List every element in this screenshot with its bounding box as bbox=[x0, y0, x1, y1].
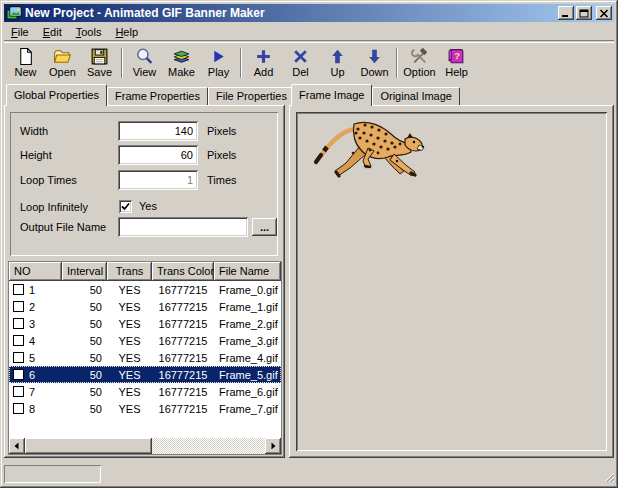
cell-interval: 50 bbox=[62, 386, 107, 398]
cell-no: 7 bbox=[9, 386, 62, 398]
tab-global-properties[interactable]: Global Properties bbox=[6, 84, 107, 106]
cell-trans-color: 16777215 bbox=[152, 352, 214, 364]
cell-no: 4 bbox=[9, 335, 62, 347]
properties-tabs: Global PropertiesFrame PropertiesFile Pr… bbox=[4, 84, 285, 105]
width-input[interactable] bbox=[118, 121, 198, 141]
column-header-trans-color[interactable]: Trans Color bbox=[152, 262, 214, 281]
toolbar-open-button[interactable]: Open bbox=[44, 44, 81, 81]
row-checkbox[interactable] bbox=[13, 403, 24, 414]
delete-x-icon bbox=[291, 47, 310, 66]
tab-frame-properties[interactable]: Frame Properties bbox=[107, 87, 208, 105]
tab-file-properties[interactable]: File Properties bbox=[208, 87, 295, 105]
toolbar-button-label: Help bbox=[445, 67, 468, 78]
help-book-icon: ? bbox=[447, 47, 466, 66]
cell-file-name: Frame_0.gif bbox=[214, 284, 281, 296]
frame-image-panel bbox=[289, 105, 614, 458]
table-row-1[interactable]: 150YES16777215Frame_0.gif bbox=[9, 281, 281, 298]
window-title: New Project - Animated GIF Banner Maker bbox=[25, 6, 558, 20]
scroll-right-button[interactable] bbox=[265, 438, 281, 454]
app-icon bbox=[6, 5, 22, 21]
output-file-name-input[interactable] bbox=[118, 217, 248, 237]
toolbar-del-button[interactable]: Del bbox=[282, 44, 319, 81]
toolbar-make-button[interactable]: Make bbox=[163, 44, 200, 81]
table-row-5[interactable]: 550YES16777215Frame_4.gif bbox=[9, 349, 281, 366]
row-checkbox[interactable] bbox=[13, 284, 24, 295]
cell-interval: 50 bbox=[62, 284, 107, 296]
toolbar-up-button[interactable]: Up bbox=[319, 44, 356, 81]
menu-tools[interactable]: Tools bbox=[69, 24, 109, 40]
column-header-file-name[interactable]: File Name bbox=[214, 262, 281, 281]
row-number: 5 bbox=[29, 352, 35, 364]
tab-original-image[interactable]: Original Image bbox=[372, 87, 460, 105]
table-row-2[interactable]: 250YES16777215Frame_1.gif bbox=[9, 298, 281, 315]
cell-no: 3 bbox=[9, 318, 62, 330]
row-number: 3 bbox=[29, 318, 35, 330]
frame-image-area bbox=[296, 112, 607, 451]
loop-infinitely-checkbox[interactable] bbox=[119, 200, 132, 213]
up-arrow-icon bbox=[328, 47, 347, 66]
menu-help[interactable]: Help bbox=[108, 24, 145, 40]
view-magnifier-icon bbox=[135, 47, 154, 66]
scrollbar-thumb[interactable] bbox=[25, 438, 152, 454]
cell-trans: YES bbox=[107, 301, 152, 313]
table-row-3[interactable]: 350YES16777215Frame_2.gif bbox=[9, 315, 281, 332]
column-header-trans[interactable]: Trans bbox=[107, 262, 152, 281]
toolbar-new-button[interactable]: New bbox=[7, 44, 44, 81]
status-panel bbox=[4, 465, 101, 483]
toolbar-button-label: Del bbox=[292, 67, 309, 78]
row-number: 1 bbox=[29, 284, 35, 296]
column-header-interval[interactable]: Interval bbox=[62, 262, 107, 281]
toolbar-help-button[interactable]: ?Help bbox=[438, 44, 475, 81]
row-checkbox[interactable] bbox=[13, 386, 24, 397]
height-input[interactable] bbox=[118, 145, 198, 165]
toolbar-view-button[interactable]: View bbox=[126, 44, 163, 81]
table-horizontal-scrollbar[interactable] bbox=[9, 438, 281, 454]
table-row-4[interactable]: 450YES16777215Frame_3.gif bbox=[9, 332, 281, 349]
row-checkbox[interactable] bbox=[13, 318, 24, 329]
toolbar-down-button[interactable]: Down bbox=[356, 44, 393, 81]
column-header-no[interactable]: NO bbox=[9, 262, 62, 281]
scrollbar-track[interactable] bbox=[25, 438, 265, 454]
minimize-button[interactable] bbox=[558, 6, 574, 20]
height-unit-label: Pixels bbox=[207, 145, 236, 165]
cell-trans-color: 16777215 bbox=[152, 403, 214, 415]
table-row-8[interactable]: 850YES16777215Frame_7.gif bbox=[9, 400, 281, 417]
toolbar-option-button[interactable]: Option bbox=[401, 44, 438, 81]
cell-no: 5 bbox=[9, 352, 62, 364]
row-number: 7 bbox=[29, 386, 35, 398]
menu-edit[interactable]: Edit bbox=[36, 24, 69, 40]
toolbar-button-label: Down bbox=[360, 67, 388, 78]
toolbar-add-button[interactable]: Add bbox=[245, 44, 282, 81]
cell-trans: YES bbox=[107, 369, 152, 381]
cell-no: 6 bbox=[9, 369, 62, 381]
row-checkbox[interactable] bbox=[13, 352, 24, 363]
toolbar-button-label: Option bbox=[403, 67, 435, 78]
maximize-button[interactable] bbox=[576, 6, 592, 20]
scroll-left-button[interactable] bbox=[9, 438, 25, 454]
toolbar-play-button[interactable]: Play bbox=[200, 44, 237, 81]
global-properties-panel: Width Pixels Height Pixels Loop Times Ti… bbox=[4, 105, 285, 458]
cell-no: 2 bbox=[9, 301, 62, 313]
window-controls bbox=[558, 6, 612, 20]
tab-frame-image[interactable]: Frame Image bbox=[291, 84, 372, 106]
width-unit-label: Pixels bbox=[207, 121, 236, 141]
cell-trans: YES bbox=[107, 352, 152, 364]
image-tabs: Frame ImageOriginal Image bbox=[289, 84, 614, 105]
toolbar-save-button[interactable]: Save bbox=[81, 44, 118, 81]
row-checkbox[interactable] bbox=[13, 369, 24, 380]
status-bar bbox=[4, 461, 614, 484]
save-floppy-icon bbox=[90, 47, 109, 66]
cell-trans-color: 16777215 bbox=[152, 335, 214, 347]
menu-file[interactable]: File bbox=[4, 24, 36, 40]
row-checkbox[interactable] bbox=[13, 301, 24, 312]
browse-button[interactable]: ... bbox=[252, 218, 277, 236]
row-number: 4 bbox=[29, 335, 35, 347]
close-button[interactable] bbox=[596, 6, 612, 20]
resize-grip-icon[interactable] bbox=[601, 469, 614, 482]
table-row-6[interactable]: 650YES16777215Frame_5.gif bbox=[9, 366, 281, 383]
option-tools-icon bbox=[410, 47, 429, 66]
cell-trans-color: 16777215 bbox=[152, 301, 214, 313]
cell-file-name: Frame_4.gif bbox=[214, 352, 281, 364]
table-row-7[interactable]: 750YES16777215Frame_6.gif bbox=[9, 383, 281, 400]
row-checkbox[interactable] bbox=[13, 335, 24, 346]
